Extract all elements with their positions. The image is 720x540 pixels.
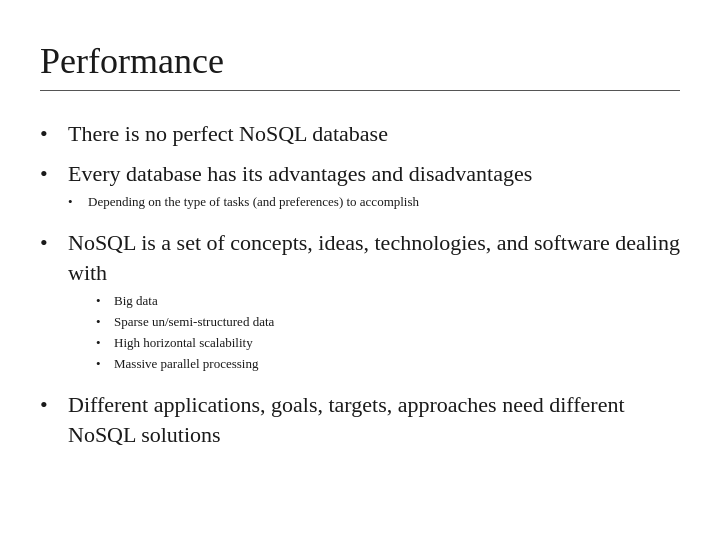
list-item-with-sub: • Every database has its advantages and …	[40, 159, 680, 218]
sub-bullet-symbol: •	[96, 333, 114, 354]
sub-bullet-text: Massive parallel processing	[114, 354, 680, 375]
bullet-text: NoSQL is a set of concepts, ideas, techn…	[68, 228, 680, 287]
sub-bullet-text: Big data	[114, 291, 680, 312]
slide-title: Performance	[40, 40, 680, 82]
sub-bullet-text: Depending on the type of tasks (and pref…	[88, 192, 680, 212]
bullet-symbol: •	[40, 228, 68, 258]
list-item: • NoSQL is a set of concepts, ideas, tec…	[40, 228, 680, 287]
sub-bullet-symbol: •	[96, 354, 114, 375]
bullet-text: Different applications, goals, targets, …	[68, 390, 680, 449]
sub-bullet-symbol: •	[96, 312, 114, 333]
list-item: • Massive parallel processing	[96, 354, 680, 375]
bullet-text: There is no perfect NoSQL database	[68, 119, 680, 149]
list-item-with-sub: • NoSQL is a set of concepts, ideas, tec…	[40, 224, 680, 381]
bullet-symbol: •	[40, 390, 68, 420]
list-item: • High horizontal scalability	[96, 333, 680, 354]
list-item: • There is no perfect NoSQL database	[40, 119, 680, 149]
sub-bullet-symbol: •	[96, 291, 114, 312]
list-item: • Different applications, goals, targets…	[40, 390, 680, 449]
bullet-symbol: •	[40, 119, 68, 149]
bullet-text: Every database has its advantages and di…	[68, 159, 680, 189]
list-item: • Every database has its advantages and …	[40, 159, 680, 189]
slide: Performance • There is no perfect NoSQL …	[0, 0, 720, 540]
sub-bullet-text: Sparse un/semi-structured data	[114, 312, 680, 333]
list-item: • Depending on the type of tasks (and pr…	[68, 192, 680, 212]
bullet-symbol: •	[40, 159, 68, 189]
content-area: • There is no perfect NoSQL database • E…	[40, 119, 680, 454]
sub-bullets: • Depending on the type of tasks (and pr…	[68, 192, 680, 212]
title-divider	[40, 90, 680, 91]
nested-sub-bullets: • Big data • Sparse un/semi-structured d…	[96, 291, 680, 374]
list-item: • Sparse un/semi-structured data	[96, 312, 680, 333]
sub-bullet-text: High horizontal scalability	[114, 333, 680, 354]
title-section: Performance	[40, 40, 680, 107]
sub-bullet-symbol: •	[68, 192, 88, 212]
list-item: • Big data	[96, 291, 680, 312]
